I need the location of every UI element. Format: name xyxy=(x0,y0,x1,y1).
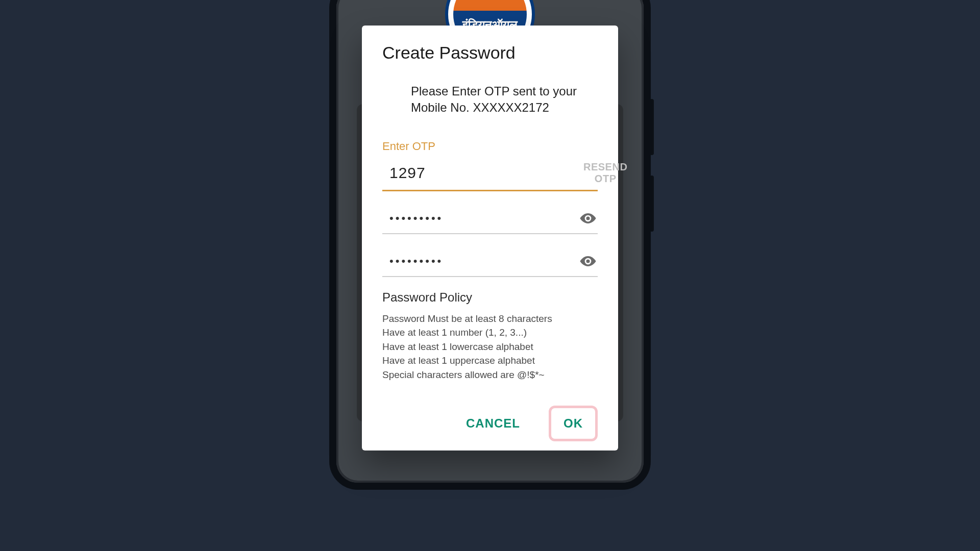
ok-highlight: OK xyxy=(549,406,598,441)
resend-otp-button[interactable]: RESEND OTP xyxy=(583,161,627,185)
policy-rule: Have at least 1 uppercase alphabet xyxy=(382,354,598,368)
otp-field: Enter OTP RESEND OTP xyxy=(382,140,598,191)
policy-rule: Special characters allowed are @!$*~ xyxy=(382,368,598,382)
toggle-password-visibility-icon[interactable] xyxy=(578,209,598,228)
toggle-confirm-visibility-icon[interactable] xyxy=(578,252,598,271)
otp-input[interactable] xyxy=(382,164,583,182)
password-field xyxy=(382,205,598,234)
policy-rule: Password Must be at least 8 characters xyxy=(382,312,598,326)
phone-frame: इंडियनऑयल sd RNA Create Password Please … xyxy=(329,0,651,490)
dialog-actions: CANCEL OK xyxy=(382,406,598,441)
policy-rule: Have at least 1 lowercase alphabet xyxy=(382,340,598,354)
policy-rule: Have at least 1 number (1, 2, 3...) xyxy=(382,325,598,340)
confirm-password-input[interactable] xyxy=(382,255,578,268)
otp-instruction: Please Enter OTP sent to your Mobile No.… xyxy=(411,83,595,116)
confirm-password-field xyxy=(382,247,598,277)
phone-side-button xyxy=(650,176,654,232)
dialog-title: Create Password xyxy=(382,43,598,63)
phone-side-button xyxy=(650,99,654,155)
ok-button[interactable]: OK xyxy=(552,409,594,438)
create-password-dialog: Create Password Please Enter OTP sent to… xyxy=(362,26,618,450)
password-policy-heading: Password Policy xyxy=(382,290,598,305)
password-input[interactable] xyxy=(382,212,578,225)
otp-label: Enter OTP xyxy=(382,140,598,153)
cancel-button[interactable]: CANCEL xyxy=(455,406,531,441)
password-policy-list: Password Must be at least 8 characters H… xyxy=(382,312,598,382)
